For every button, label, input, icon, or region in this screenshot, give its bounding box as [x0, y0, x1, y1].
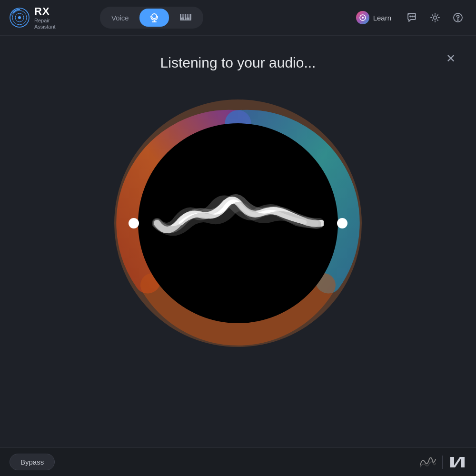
svg-point-22 — [434, 16, 437, 20]
settings-button[interactable] — [426, 9, 444, 26]
svg-point-3 — [18, 16, 21, 19]
rx-logo-icon — [10, 8, 30, 28]
svg-point-18 — [362, 17, 364, 19]
svg-rect-15 — [188, 14, 189, 18]
header-right: Learn — [349, 8, 466, 27]
svg-point-19 — [410, 16, 411, 17]
right-handle-dot[interactable] — [337, 218, 347, 228]
logo-area: RX RepairAssistant — [10, 5, 90, 30]
settings-icon — [430, 12, 440, 23]
learn-button[interactable]: Learn — [349, 8, 398, 27]
waveform-svg — [152, 180, 324, 266]
svg-point-24 — [457, 20, 458, 20]
inner-circle — [138, 123, 338, 323]
close-button[interactable]: ✕ — [442, 50, 459, 67]
app-header: RX RepairAssistant Voice — [0, 0, 476, 36]
music-icon — [179, 12, 192, 23]
svg-rect-12 — [181, 14, 182, 18]
listening-title: Listening to your audio... — [160, 55, 316, 71]
logo-rx-label: RX — [34, 5, 56, 18]
svg-rect-14 — [186, 14, 187, 18]
help-icon — [453, 12, 463, 23]
voice-tab-label: Voice — [111, 14, 129, 22]
svg-point-4 — [152, 14, 157, 19]
svg-point-20 — [412, 16, 413, 17]
visualizer-container — [114, 99, 362, 347]
help-button[interactable] — [449, 9, 466, 26]
native-instruments-logo — [448, 455, 466, 469]
sparkle-icon — [359, 14, 367, 21]
footer-right — [419, 455, 466, 469]
nav-tabs: Voice — [100, 7, 203, 29]
left-handle-dot[interactable] — [129, 218, 139, 228]
voice-icon — [149, 12, 159, 23]
chat-icon — [407, 12, 417, 23]
learn-label: Learn — [373, 14, 391, 22]
tab-music[interactable] — [170, 9, 201, 27]
logo-subtitle: RepairAssistant — [34, 18, 56, 30]
app-footer: Bypass — [0, 447, 476, 476]
tab-voice-active[interactable] — [139, 9, 169, 27]
svg-rect-16 — [180, 20, 191, 20]
tab-voice[interactable]: Voice — [102, 10, 139, 26]
close-icon: ✕ — [446, 52, 456, 65]
main-content: Listening to your audio... ✕ — [0, 36, 476, 447]
svg-point-21 — [414, 16, 415, 17]
footer-divider — [442, 456, 443, 469]
learn-gradient-icon — [356, 11, 369, 24]
svg-rect-13 — [183, 14, 185, 18]
chat-button[interactable] — [404, 9, 421, 26]
bypass-button[interactable]: Bypass — [10, 454, 55, 470]
svg-rect-11 — [189, 14, 191, 20]
logo-text: RX RepairAssistant — [34, 5, 56, 30]
footer-wave-icon — [419, 456, 436, 469]
